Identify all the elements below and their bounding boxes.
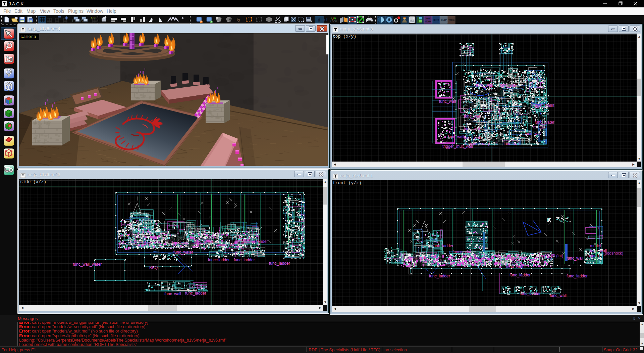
svg-text:func_ladder: func_ladder [234,258,255,262]
svg-text:TRIG: TRIG [448,18,454,21]
svg-text:LOCK: LOCK [330,20,337,23]
svg-text:func_water: func_water [535,120,554,125]
svg-text:funcmodel: funcmodel [215,242,234,247]
svg-text:funcclladder: funcclladder [208,258,230,262]
svg-text:func_wall: func_wall [476,83,493,88]
svg-text:func_ladder: func_ladder [429,274,450,278]
svg-text:sl: sl [324,17,327,22]
svg-text:(podshock): (podshock) [603,251,623,256]
svg-text:func_ladder: func_ladder [269,261,290,266]
svg-text:U: U [331,17,334,20]
svg-text:BBQ: BBQ [149,265,158,270]
svg-text:func_wall: func_wall [464,135,481,140]
svg-text:func_ladder: func_ladder [432,244,453,248]
svg-text:func_ladder: func_ladder [520,291,541,296]
svg-text:HINT: HINT [433,18,439,21]
svg-text:func_wall: func_wall [439,99,456,104]
svg-text:draw: draw [425,20,431,23]
svg-text:func_wall: func_wall [464,114,481,119]
svg-text:trigger_wallrt: trigger_wallrt [531,103,554,108]
svg-text:funcmodel: funcmodel [452,250,471,254]
svg-text:no: no [426,17,430,20]
svg-text:func_ladder: func_ladder [567,274,588,278]
svg-text:func_wall_water: func_wall_water [73,262,102,267]
svg-text:func_wall: func_wall [473,255,489,260]
svg-text:V: V [334,17,336,20]
svg-text:func_wall: func_wall [567,256,583,261]
svg-text:func_wall: func_wall [550,293,567,298]
svg-text:func_wall: func_wall [525,131,541,136]
svg-text:tl: tl [318,17,320,23]
svg-text:model: model [590,244,601,248]
svg-text:CLIP: CLIP [441,18,447,21]
svg-text:func_wall: func_wall [500,83,517,88]
svg-text:func_wall: func_wall [447,135,464,139]
svg-text:func_wall: func_wall [409,255,426,260]
svg-text:func_water: func_water [506,264,526,269]
svg-text:jogang: jogang [586,254,599,258]
svg-text:func_wall: func_wall [509,256,526,261]
svg-text:func_wall_: func_wall_ [164,292,183,296]
svg-text:func_wall: func_wall [464,126,481,131]
svg-text:funccwalrender: funccwalrender [240,239,268,244]
svg-text:func_water: func_water [173,250,193,255]
svg-text:trigger_mult_wall: trigger_mult_wall [442,144,473,149]
svg-text:func_water: func_water [194,239,213,244]
svg-text:mapmodel (int): mapmodel (int) [536,254,563,258]
svg-text:func_ladder: func_ladder [509,273,531,277]
svg-text:func_ladder: func_ladder [185,291,206,296]
svg-text:ig: ig [237,18,240,22]
svg-text:func_wall: func_wall [172,241,189,246]
svg-text:func_wall: func_wall [503,141,520,146]
